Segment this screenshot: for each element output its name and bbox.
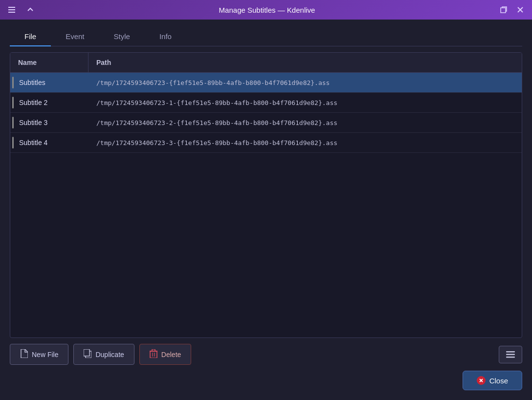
duplicate-button[interactable]: Duplicate — [73, 344, 134, 365]
main-window: Manage Subtitles — Kdenlive File Event S… — [0, 0, 532, 400]
titlebar-right-controls — [497, 3, 527, 17]
titlebar-left-controls — [5, 3, 37, 17]
row-indicator — [10, 133, 14, 152]
svg-rect-8 — [150, 351, 157, 358]
menu-options-button[interactable] — [499, 346, 522, 363]
row-name: Subtitles — [14, 73, 89, 92]
tab-file[interactable]: File — [10, 27, 51, 46]
row-path: /tmp/1724593406723-2-{f1ef51e5-89bb-4afb… — [89, 113, 522, 132]
row-path: /tmp/1724593406723-3-{f1ef51e5-89bb-4afb… — [89, 133, 522, 152]
restore-button[interactable] — [497, 3, 510, 17]
titlebar: Manage Subtitles — Kdenlive — [0, 0, 532, 20]
content-area: File Event Style Info Name Path Subtitle… — [0, 20, 532, 400]
table-row[interactable]: Subtitle 3 /tmp/1724593406723-2-{f1ef51e… — [10, 113, 522, 133]
row-name: Subtitle 4 — [14, 133, 89, 152]
row-path: /tmp/1724593406723-1-{f1ef51e5-89bb-4afb… — [89, 93, 522, 112]
new-file-label: New File — [32, 351, 58, 358]
close-circle-icon — [477, 376, 486, 385]
table-body: Subtitles /tmp/1724593406723-{f1ef51e5-8… — [10, 73, 522, 337]
col-header-path: Path — [89, 53, 522, 72]
collapse-button[interactable] — [23, 3, 37, 17]
tab-bar: File Event Style Info — [10, 27, 522, 46]
new-file-button[interactable]: New File — [10, 344, 68, 365]
subtitle-table: Name Path Subtitles /tmp/1724593406723-{… — [10, 52, 522, 338]
svg-rect-2 — [8, 12, 15, 13]
row-path: /tmp/1724593406723-{f1ef51e5-89bb-4afb-b… — [89, 73, 522, 92]
action-buttons: New File Duplicate — [10, 344, 522, 365]
row-indicator — [10, 113, 14, 132]
row-name: Subtitle 2 — [14, 93, 89, 112]
table-row[interactable]: Subtitle 2 /tmp/1724593406723-1-{f1ef51e… — [10, 93, 522, 113]
close-label: Close — [489, 377, 508, 385]
close-button[interactable]: Close — [463, 371, 522, 390]
duplicate-icon — [84, 349, 91, 359]
close-row: Close — [10, 371, 522, 392]
row-indicator — [10, 73, 14, 92]
delete-button[interactable]: Delete — [139, 344, 191, 365]
svg-rect-0 — [8, 7, 15, 8]
svg-rect-15 — [506, 351, 515, 353]
window-title: Manage Subtitles — Kdenlive — [37, 6, 497, 14]
svg-rect-16 — [506, 354, 515, 355]
svg-rect-1 — [8, 9, 15, 10]
col-header-name: Name — [10, 53, 89, 72]
svg-rect-3 — [501, 8, 506, 13]
tab-style[interactable]: Style — [99, 27, 145, 46]
row-name: Subtitle 3 — [14, 113, 89, 132]
duplicate-label: Duplicate — [95, 351, 124, 358]
tab-event[interactable]: Event — [51, 27, 99, 46]
delete-icon — [150, 349, 157, 359]
table-row[interactable]: Subtitle 4 /tmp/1724593406723-3-{f1ef51e… — [10, 133, 522, 153]
delete-label: Delete — [161, 351, 181, 358]
menu-button[interactable] — [5, 3, 19, 17]
table-row[interactable]: Subtitles /tmp/1724593406723-{f1ef51e5-8… — [10, 73, 522, 93]
new-file-icon — [20, 349, 28, 359]
table-header: Name Path — [10, 53, 522, 73]
row-indicator — [10, 93, 14, 112]
close-window-button[interactable] — [513, 3, 527, 17]
tab-info[interactable]: Info — [145, 27, 186, 46]
svg-rect-17 — [506, 357, 515, 358]
svg-rect-7 — [84, 349, 89, 356]
